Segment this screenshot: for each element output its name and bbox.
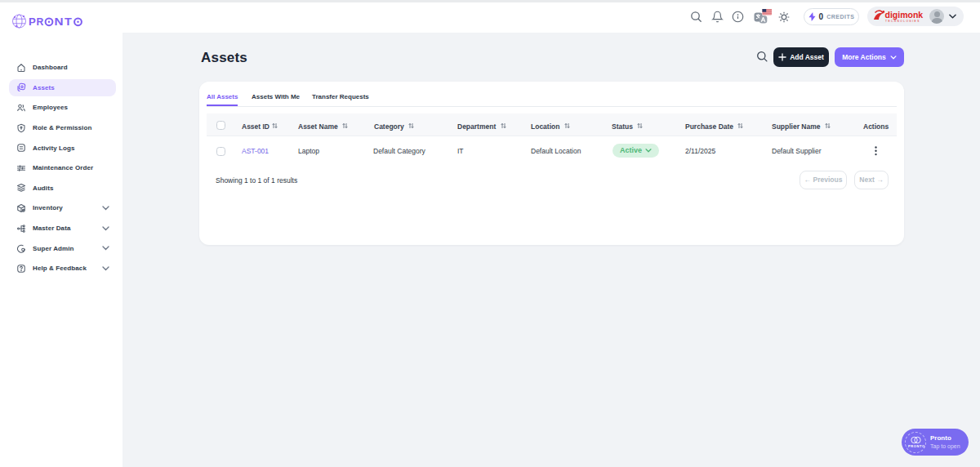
svg-text:N: N — [55, 16, 64, 28]
svg-text:T: T — [65, 16, 73, 28]
svg-text:TECHNOLOGIES: TECHNOLOGIES — [885, 20, 920, 23]
svg-text:digimonk: digimonk — [885, 10, 924, 20]
svg-text:P: P — [29, 16, 36, 28]
svg-text:R: R — [37, 16, 44, 28]
